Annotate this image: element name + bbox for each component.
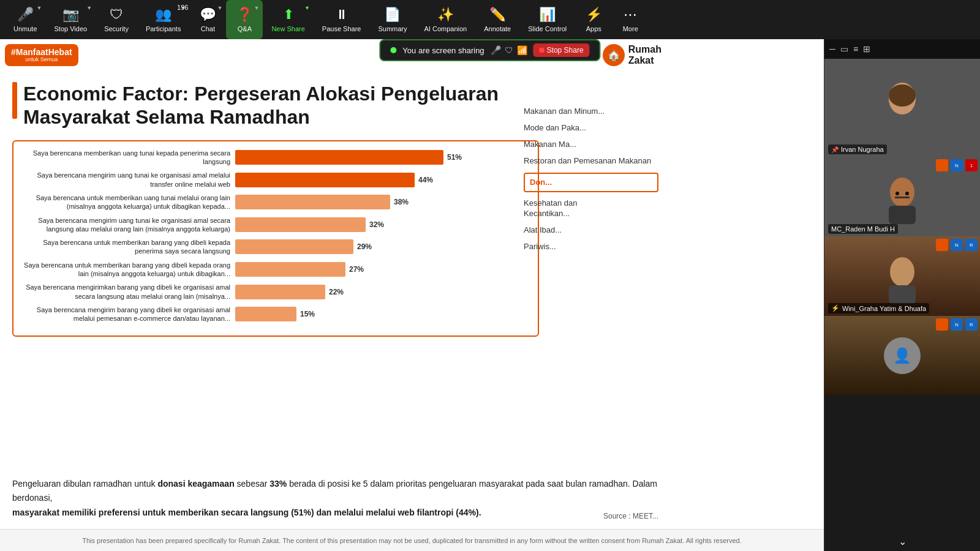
chart-row-0: Saya berencana memberikan uang tunai kep… [22, 149, 529, 167]
new-share-label: New Share [271, 25, 304, 32]
share-status-text: You are screen sharing [402, 46, 484, 55]
share-dot [390, 47, 396, 53]
chart-pct-3: 32% [369, 220, 384, 229]
chart-row-3: Saya berencana mengirim uang tunai ke or… [22, 216, 529, 234]
toolbar-stop-video[interactable]: ▼ 📷 Stop Video [46, 0, 96, 39]
svg-point-7 [905, 192, 909, 195]
chart-pct-5: 27% [349, 265, 364, 274]
chat-icon: 💬 [200, 7, 216, 23]
right-item-3: Restoran dan Pemesanan Makanan [524, 156, 658, 167]
annotate-icon: ✏️ [489, 7, 506, 23]
ai-companion-label: AI Companion [424, 25, 467, 32]
participants-icon: 👥 [155, 7, 172, 23]
more-icon: ⋯ [624, 7, 637, 23]
slide-control-icon: 📊 [539, 7, 556, 23]
toolbar-qa[interactable]: ▼ ❓ Q&A [226, 0, 263, 39]
chart-bar-wrap-1: 44% [235, 173, 529, 187]
svg-rect-5 [889, 206, 916, 224]
chart-row-5: Saya berencana untuk memberikan barang y… [22, 261, 529, 279]
security-status-icon: 🛡 [505, 45, 513, 55]
chart-label-3: Saya berencana mengirim uang tunai ke or… [22, 216, 230, 234]
toolbar-summary[interactable]: 📄 Summary [369, 0, 415, 39]
wini-logo3: R [965, 239, 978, 251]
video-tile-mc: N 1 MC_Raden M Budi H [824, 157, 980, 236]
chat-label: Chat [201, 25, 215, 32]
bottom-text-2: sebesar [235, 479, 270, 489]
right-item-1: Mode dan Paka... [524, 123, 658, 133]
more-label: More [623, 25, 638, 32]
right-item-6: Alat Ibad... [524, 225, 658, 236]
chart-bar-wrap-3: 32% [235, 217, 529, 232]
toolbar: ▼ 🎤 Unmute ▼ 📷 Stop Video 🛡 Security ▼ 👥… [0, 0, 980, 39]
toolbar-pause-share[interactable]: ⏸ Pause Share [314, 0, 370, 39]
new-share-icon: ⬆ [283, 7, 294, 23]
toolbar-security[interactable]: 🛡 Security [96, 0, 137, 39]
unmute-label: Unmute [13, 25, 37, 32]
apps-label: Apps [586, 25, 601, 32]
chart-bar-6 [235, 285, 325, 299]
stop-video-caret: ▼ [86, 5, 92, 11]
slide-panel: #ManfaatHebat untuk Semua 🏠 RumahZakat E… [0, 39, 824, 551]
unknown-logo2: N [951, 318, 963, 331]
chart-bar-3 [235, 217, 366, 232]
new-share-caret: ▼ [304, 5, 310, 11]
toolbar-chat[interactable]: ▼ 💬 Chat [189, 0, 226, 39]
view-list-icon[interactable]: ▭ [840, 44, 848, 54]
stop-video-label: Stop Video [55, 25, 88, 32]
svg-rect-10 [889, 285, 916, 304]
chart-bar-wrap-2: 38% [235, 195, 529, 209]
slide-title-area: Economic Factor: Pergeseran Alokasi Peng… [12, 82, 812, 129]
chart-bar-wrap-7: 15% [235, 307, 529, 321]
video-tile-irvan: 📌 Irvan Nugraha [824, 59, 980, 157]
toolbar-ai-companion[interactable]: ✨ AI Companion [415, 0, 475, 39]
chart-bar-wrap-0: 51% [235, 150, 529, 165]
slide-title-text: Economic Factor: Pergeseran Alokasi Peng… [23, 82, 499, 129]
toolbar-annotate[interactable]: ✏️ Annotate [475, 0, 519, 39]
chart-bar-wrap-5: 27% [235, 262, 529, 277]
toolbar-slide-control[interactable]: 📊 Slide Control [519, 0, 575, 39]
footer-text: This presentation has been prepared spec… [82, 537, 742, 544]
chart-pct-7: 15% [300, 310, 315, 318]
chart-label-2: Saya berencana untuk memberikan uang tun… [22, 193, 230, 211]
svg-point-3 [889, 84, 916, 107]
unknown-tile-overlay: N R [936, 318, 978, 331]
annotate-label: Annotate [484, 25, 511, 32]
view-grid-icon[interactable]: ⊞ [863, 44, 870, 54]
toolbar-apps[interactable]: ⚡ Apps [575, 0, 612, 39]
wini-logo2: N [951, 239, 963, 251]
wini-name-label: ⚡ [831, 304, 840, 312]
minimize-icon[interactable]: ─ [829, 44, 835, 54]
participant-name-wini: ⚡ Wini_Graha Yatim & Dhuafa [828, 303, 929, 313]
slide-title-line1: Economic Factor: Pergeseran Alokasi Peng… [23, 83, 499, 105]
chart-pct-6: 22% [329, 288, 344, 296]
chart-bar-2 [235, 195, 390, 209]
chart-bar-wrap-4: 29% [235, 239, 529, 254]
participant-name-irvan: 📌 Irvan Nugraha [828, 144, 887, 154]
scroll-down-button[interactable]: ⌄ [899, 536, 907, 547]
unknown-logo3: R [965, 318, 978, 331]
participants-label: Participants [146, 25, 181, 32]
mc-name-label: MC_Raden M Budi H [831, 225, 895, 233]
toolbar-participants[interactable]: ▼ 👥 196 Participants [137, 0, 189, 39]
view-strip-icon[interactable]: ≡ [853, 44, 858, 54]
svg-rect-8 [895, 197, 910, 198]
unknown-avatar: 👤 [884, 337, 921, 374]
toolbar-new-share[interactable]: ▼ ⬆ New Share [263, 0, 313, 39]
bottom-bold-1: donasi keagamaan [157, 479, 234, 489]
rumah-zakat-icon: 🏠 [603, 44, 625, 66]
video-panel-header: ─ ▭ ≡ ⊞ [824, 39, 980, 59]
source-text: Source : MEET... [603, 512, 658, 520]
chat-caret: ▼ [217, 5, 222, 11]
bottom-bold-2: 33% [270, 479, 287, 489]
toolbar-more[interactable]: ⋯ More [612, 0, 649, 39]
share-icons: 🎤 🛡 📶 [491, 45, 527, 55]
chart-label-1: Saya berencana mengirim uang tunai ke or… [22, 171, 230, 189]
summary-icon: 📄 [384, 7, 401, 23]
chart-label-0: Saya berencana memberikan uang tunai kep… [22, 149, 230, 167]
chart-row-6: Saya berencana mengirimkan barang yang d… [22, 283, 529, 301]
panel-view-icons: ─ ▭ ≡ ⊞ [829, 44, 870, 54]
toolbar-unmute[interactable]: ▼ 🎤 Unmute [5, 0, 46, 39]
qa-label: Q&A [238, 25, 252, 32]
right-item-7: Pariwis... [524, 242, 658, 252]
stop-share-button[interactable]: Stop Share [533, 43, 590, 57]
